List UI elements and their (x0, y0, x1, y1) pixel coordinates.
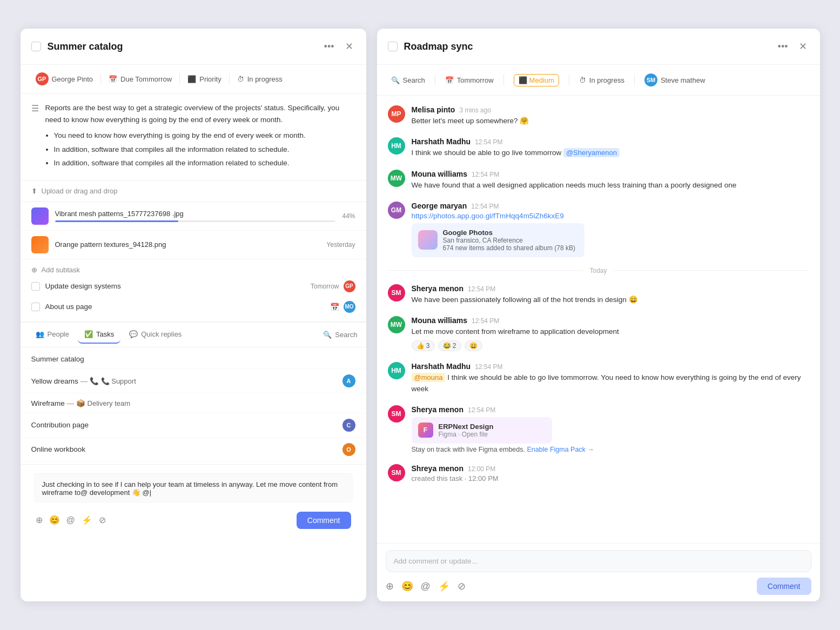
melisa-avatar: MP (388, 105, 405, 123)
task-list-item-1[interactable]: Yellow dreams — 📞 📞 Support A (21, 369, 366, 393)
mention-sherya: @Sheryamenon (563, 148, 620, 157)
today-divider: Today (377, 263, 820, 279)
upload-button[interactable]: ⬆ Upload or drag and drop (31, 187, 355, 195)
file-progress-bar-1 (55, 220, 179, 222)
mouna2-body: Mouna williams 12:54 PM Let me move cont… (412, 316, 809, 351)
panel-header: Summer catalog ••• ✕ (21, 29, 366, 65)
emoji-icon-btn[interactable]: 😊 (49, 515, 60, 525)
comment-text[interactable]: Just checking in to see if I can help yo… (42, 480, 345, 497)
calendar-mini-icon: 📅 (330, 303, 339, 311)
task-badge-support: 📞 Support (101, 377, 136, 385)
footer-emoji-icon[interactable]: 😊 (401, 580, 413, 592)
right-comment-input[interactable]: Add comment or update... (386, 550, 811, 572)
mouna2-name: Mouna williams (412, 316, 467, 325)
add-icon-btn[interactable]: ⊕ (36, 515, 43, 525)
meta-bar: GP George Pinto 📅 Due Tommorrow ⬛ Priori… (21, 65, 366, 93)
harshath2-avatar: HM (388, 362, 405, 379)
assignee-meta[interactable]: GP George Pinto (31, 70, 98, 88)
right-more-button[interactable]: ••• (776, 39, 790, 55)
reaction-smile[interactable]: 😄 (465, 340, 482, 351)
message-mouna1: MW Mouna williams 12:54 PM We have found… (377, 164, 820, 196)
subtask-avatar-2: MO (344, 301, 355, 313)
google-photos-icon (418, 230, 438, 250)
sherya1-text: We have been passionately following all … (412, 294, 809, 305)
upload-icon: ⬆ (31, 187, 37, 195)
status-label: In progress (247, 75, 283, 83)
separator (100, 73, 101, 84)
right-due[interactable]: 📅 Tommorrow (440, 73, 499, 88)
subtask-due-1: Tomorrow (311, 283, 339, 290)
task-list-item-3[interactable]: Contribution page C (21, 413, 366, 438)
right-search[interactable]: 🔍 Search (386, 73, 431, 88)
george-name: George maryan (412, 202, 467, 210)
footer-add-icon[interactable]: ⊕ (386, 580, 394, 592)
right-status-label: In progress (589, 76, 624, 84)
mouna2-reactions: 👍 3 😂 2 😄 (412, 340, 809, 351)
right-checkbox[interactable] (388, 42, 398, 51)
comment-area: Just checking in to see if I can help yo… (21, 464, 366, 538)
footer-timer-icon[interactable]: ⊘ (458, 580, 466, 592)
tab-quick-replies[interactable]: 💬 Quick replies (123, 326, 188, 344)
comment-input-area[interactable]: Just checking in to see if I can help yo… (33, 473, 353, 503)
right-comment-button[interactable]: Comment (757, 578, 811, 595)
footer-mention-icon[interactable]: @ (421, 581, 431, 592)
mention-icon-btn[interactable]: @ (66, 515, 75, 525)
task-item-label-0: Summer catalog (31, 355, 355, 363)
mention-mouna: @mouna (412, 373, 446, 382)
harshath2-name: Harshath Madhu (412, 362, 471, 371)
file-meta-2: Yesterday (327, 241, 355, 249)
subtask-check-1[interactable] (31, 282, 40, 291)
created-header: Shreya menon 12:00 PM (412, 464, 809, 473)
task-checkbox[interactable] (31, 42, 41, 51)
right-status[interactable]: ⏱ In progress (574, 73, 630, 88)
file-item-1[interactable]: Vibrant mesh patterns_15777237698 .jpg 4… (21, 202, 366, 231)
status-meta[interactable]: ⏱ In progress (233, 73, 287, 85)
sherya2-body: Sherya menon 12:54 PM F ERPNext Design F… (412, 405, 809, 453)
figma-text: ERPNext Design Figma · Open file (439, 423, 494, 438)
tab-tasks[interactable]: ✅ Tasks (78, 326, 120, 344)
reaction-thumbs[interactable]: 👍 3 (412, 340, 435, 351)
footer-lightning-icon[interactable]: ⚡ (438, 580, 450, 592)
search-icon: 🔍 (323, 331, 332, 339)
right-search-label: Search (403, 76, 425, 84)
file-name-2: Orange pattern textures_94128.png (55, 240, 320, 249)
harshath-header: Harshath Madhu 12:54 PM (412, 137, 809, 146)
add-subtask-button[interactable]: ⊕ Add subtask (31, 264, 80, 276)
priority-meta[interactable]: ⬛ Priority (183, 73, 225, 85)
desc-bullet-1: You need to know how everything is going… (54, 130, 355, 142)
harshath-name: Harshath Madhu (412, 137, 471, 146)
mouna2-text: Let me move content from wireframe to ap… (412, 326, 809, 337)
task-badge-phone: 📞 (90, 377, 99, 385)
tab-people[interactable]: 👥 People (29, 326, 76, 344)
george-link[interactable]: https://photos.app.goo.gl/fTmHqq4m5iZh6k… (412, 212, 809, 220)
sherya1-time: 12:54 PM (468, 285, 495, 293)
figma-enable-link[interactable]: Enable Figma Pack → (527, 446, 594, 453)
task-list-item-2[interactable]: Wireframe — 📦 Delivery team (21, 393, 366, 413)
mouna2-avatar: MW (388, 316, 405, 333)
subtask-check-2[interactable] (31, 303, 40, 311)
reaction-laugh[interactable]: 😂 2 (438, 340, 461, 351)
tab-search[interactable]: 🔍 Search (323, 331, 357, 339)
task-list-item-4[interactable]: Online workbook O (21, 438, 366, 462)
close-button[interactable]: ✕ (343, 38, 355, 55)
right-sep3 (569, 75, 569, 85)
upload-area: ⬆ Upload or drag and drop (21, 180, 366, 202)
right-priority[interactable]: ⬛ Medium (508, 71, 565, 90)
comment-submit-button[interactable]: Comment (297, 512, 351, 529)
right-sep1 (435, 75, 435, 85)
right-assignee[interactable]: SM Steve mathew (639, 70, 710, 90)
more-options-button[interactable]: ••• (322, 39, 337, 55)
comment-toolbar: ⊕ 😊 @ ⚡ ⊘ Comment (27, 507, 360, 535)
task-list-item-0[interactable]: Summer catalog (21, 350, 366, 369)
message-mouna2: MW Mouna williams 12:54 PM Let me move c… (377, 311, 820, 357)
right-close-button[interactable]: ✕ (797, 38, 809, 55)
file-item-2[interactable]: Orange pattern textures_94128.png Yester… (21, 231, 366, 259)
figma-card-title: ERPNext Design (439, 423, 494, 431)
divider-line-right (614, 270, 809, 271)
lightning-icon-btn[interactable]: ⚡ (82, 515, 92, 525)
message-harshath: HM Harshath Madhu 12:54 PM I think we sh… (377, 132, 820, 164)
due-meta[interactable]: 📅 Due Tommorrow (104, 73, 176, 85)
timer-icon-btn[interactable]: ⊘ (99, 515, 106, 525)
subtask-label-1: Update design systems (45, 282, 305, 290)
priority-icon: ⬛ (187, 75, 196, 83)
